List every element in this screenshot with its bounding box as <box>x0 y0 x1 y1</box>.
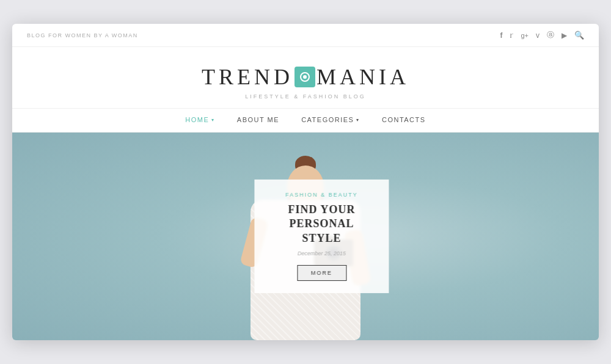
card-category: FASHION & BEAUTY <box>269 192 374 198</box>
pinterest-icon[interactable]: ⓐ <box>547 30 554 40</box>
logo[interactable]: TREND MANIA <box>24 64 587 90</box>
nav-item-home[interactable]: HOME ▾ <box>185 116 215 123</box>
search-icon[interactable]: 🔍 <box>574 31 584 40</box>
chevron-down-icon: ▾ <box>211 117 215 123</box>
twitter-icon[interactable]: 𝕣 <box>510 31 513 40</box>
nav-item-about[interactable]: ABOUT ME <box>237 116 279 123</box>
top-bar: BLOG FOR WOMEN BY A WOMAN f 𝕣 g+ v ⓐ ▶ 🔍 <box>12 24 599 47</box>
nav-item-categories[interactable]: CATEGORIES ▾ <box>301 116 360 123</box>
card-title: FIND YOUR PERSONAL STYLE <box>269 203 374 246</box>
chevron-down-icon: ▾ <box>356 117 360 123</box>
facebook-icon[interactable]: f <box>500 31 502 40</box>
nav-item-contacts[interactable]: CONTACTS <box>382 116 426 123</box>
hero-section: FASHION & BEAUTY FIND YOUR PERSONAL STYL… <box>12 133 599 340</box>
logo-subtitle: LIFESTYLE & FASHION BLOG <box>24 93 587 100</box>
googleplus-icon[interactable]: g+ <box>521 32 529 39</box>
social-icons: f 𝕣 g+ v ⓐ ▶ 🔍 <box>500 30 584 40</box>
vimeo-icon[interactable]: v <box>536 31 540 40</box>
logo-text-mania: MANIA <box>316 64 409 90</box>
browser-window: BLOG FOR WOMEN BY A WOMAN f 𝕣 g+ v ⓐ ▶ 🔍… <box>12 24 599 340</box>
logo-text-trend: TREND <box>202 64 293 90</box>
site-header: TREND MANIA LIFESTYLE & FASHION BLOG <box>12 47 599 108</box>
logo-icon-inner <box>300 72 310 82</box>
main-nav: HOME ▾ ABOUT ME CATEGORIES ▾ CONTACTS <box>12 108 599 133</box>
youtube-icon[interactable]: ▶ <box>562 31 567 40</box>
card-more-button[interactable]: MORE <box>297 265 346 281</box>
hero-card: FASHION & BEAUTY FIND YOUR PERSONAL STYL… <box>254 180 389 293</box>
logo-icon <box>295 67 315 87</box>
tagline: BLOG FOR WOMEN BY A WOMAN <box>27 32 138 38</box>
card-date: December 25, 2015 <box>269 250 374 257</box>
